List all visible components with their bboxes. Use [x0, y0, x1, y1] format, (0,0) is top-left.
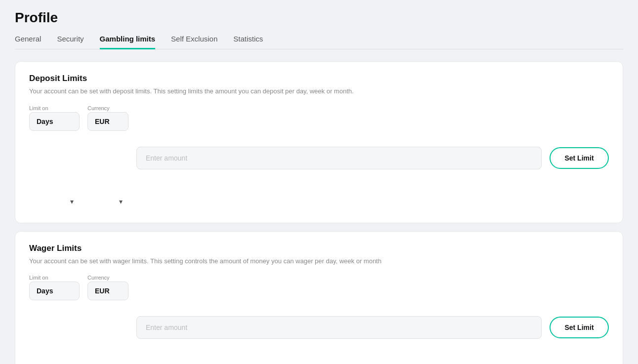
wager-amount-input[interactable]	[136, 316, 542, 339]
deposit-currency-wrapper: EUR USD GBP	[87, 112, 128, 211]
deposit-limits-form: Limit on Days Weeks Months Currency EUR …	[29, 105, 609, 211]
wager-limit-on-label: Limit on	[29, 275, 80, 281]
deposit-limits-title: Deposit Limits	[29, 74, 609, 83]
deposit-currency-group: Currency EUR USD GBP	[87, 105, 128, 211]
tab-general[interactable]: General	[15, 35, 41, 49]
deposit-limit-on-group: Limit on Days Weeks Months	[29, 105, 80, 211]
tabs-nav: GeneralSecurityGambling limitsSelf Exclu…	[15, 35, 623, 49]
tab-security[interactable]: Security	[57, 35, 84, 49]
wager-limits-desc: Your account can be set with wager limit…	[29, 256, 609, 266]
deposit-limits-card: Deposit Limits Your account can be set w…	[15, 61, 623, 223]
deposit-limit-on-label: Limit on	[29, 105, 80, 111]
wager-limits-form: Limit on Days Weeks Months Currency EUR …	[29, 275, 609, 364]
wager-limits-card: Wager Limits Your account can be set wit…	[15, 231, 623, 364]
wager-currency-select[interactable]: EUR USD GBP	[87, 282, 128, 300]
page-title: Profile	[15, 10, 623, 26]
deposit-currency-label: Currency	[87, 105, 128, 111]
wager-limit-on-wrapper: Days Weeks Months	[29, 282, 80, 364]
wager-currency-label: Currency	[87, 275, 128, 281]
deposit-amount-input[interactable]	[136, 147, 542, 169]
deposit-limits-desc: Your account can be set with deposit lim…	[29, 86, 609, 96]
tab-gambling-limits[interactable]: Gambling limits	[100, 35, 156, 49]
wager-currency-wrapper: EUR USD GBP	[87, 282, 128, 364]
deposit-set-limit-button[interactable]: Set Limit	[550, 147, 609, 169]
deposit-limit-on-select[interactable]: Days Weeks Months	[29, 112, 80, 131]
wager-set-limit-button[interactable]: Set Limit	[550, 317, 609, 338]
wager-currency-group: Currency EUR USD GBP	[87, 275, 128, 364]
tab-self-exclusion[interactable]: Self Exclusion	[171, 35, 217, 49]
wager-limits-title: Wager Limits	[29, 243, 609, 253]
deposit-currency-select[interactable]: EUR USD GBP	[87, 112, 128, 131]
wager-limit-on-select[interactable]: Days Weeks Months	[29, 282, 80, 300]
wager-limit-on-group: Limit on Days Weeks Months	[29, 275, 80, 364]
deposit-limit-on-wrapper: Days Weeks Months	[29, 112, 80, 211]
tab-statistics[interactable]: Statistics	[233, 35, 263, 49]
